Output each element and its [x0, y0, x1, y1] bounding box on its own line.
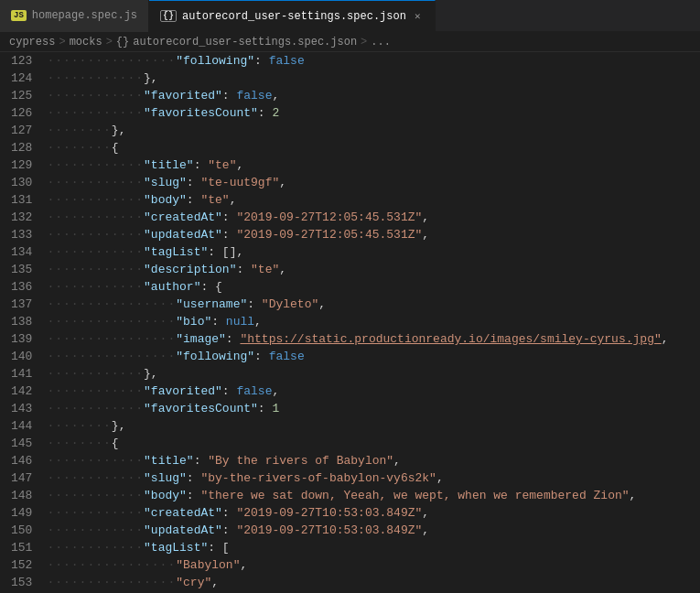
json-key: "following" — [176, 348, 254, 365]
indent-dots: ············ — [47, 539, 144, 556]
json-string: "2019-09-27T12:05:45.531Z" — [236, 226, 422, 243]
json-key: "title" — [144, 156, 194, 174]
editor: 1231241251261271281291301311321331341351… — [0, 52, 700, 593]
json-string: "By the rivers of Babylon" — [208, 452, 393, 469]
tab-autorecord-label: autorecord_user-settings.spec.json — [182, 10, 406, 23]
json-punct: , — [272, 87, 279, 104]
json-string: "te" — [251, 261, 279, 278]
line-number: 137 — [11, 296, 32, 313]
json-key: "favorited" — [144, 383, 222, 400]
json-punct: , — [211, 574, 219, 591]
line-number: 127 — [11, 122, 32, 139]
json-punct: , — [630, 487, 637, 504]
line-number: 126 — [11, 104, 32, 122]
json-punct: , — [230, 191, 237, 209]
json-key: "body" — [144, 191, 187, 209]
line-number: 134 — [11, 243, 32, 261]
json-punct: { — [112, 435, 119, 452]
code-line: ············"updatedAt": "2019-09-27T10:… — [47, 522, 700, 539]
json-string: "2019-09-27T10:53:03.849Z" — [236, 504, 422, 522]
json-icon: {} — [160, 10, 177, 22]
code-line: ················"username": "Dyleto", — [47, 296, 700, 313]
json-key: "author" — [144, 278, 200, 296]
json-punct: : — [194, 452, 209, 469]
indent-dots: ············ — [47, 104, 144, 122]
json-punct: : [ — [208, 539, 229, 556]
tab-homepage-label: homepage.spec.js — [32, 9, 137, 22]
json-key: "username" — [176, 296, 247, 313]
breadcrumb-sep-3: > — [361, 36, 367, 49]
tab-autorecord[interactable]: {} autorecord_user-settings.spec.json ✕ — [149, 0, 435, 32]
json-key: "favorited" — [144, 87, 222, 104]
line-number: 147 — [11, 469, 32, 487]
json-punct: , — [236, 156, 243, 174]
json-null: null — [226, 313, 254, 330]
json-key: "tagList" — [144, 539, 208, 556]
json-key: "slug" — [144, 469, 187, 487]
code-line: ············"body": "te", — [47, 191, 700, 209]
line-number: 146 — [11, 452, 32, 469]
line-number: 125 — [11, 87, 32, 104]
json-punct: : — [258, 400, 273, 417]
line-number: 123 — [11, 52, 32, 70]
json-punct: : — [211, 313, 226, 330]
json-punct: , — [422, 504, 429, 522]
code-line: ············"favoritesCount": 2 — [47, 104, 700, 122]
json-punct: , — [436, 469, 444, 487]
indent-dots: ················ — [47, 574, 176, 591]
line-number: 138 — [11, 313, 32, 330]
code-line: ············}, — [47, 365, 700, 383]
json-bool: false — [269, 348, 305, 365]
json-punct: }, — [112, 417, 126, 435]
indent-dots: ············ — [47, 278, 144, 296]
json-string-link: "https://static.productionready.io/image… — [240, 330, 661, 348]
json-key: "favoritesCount" — [144, 400, 258, 417]
json-key: "title" — [144, 452, 194, 469]
json-key: "body" — [144, 487, 187, 504]
code-line: ············"favorited": false, — [47, 87, 700, 104]
indent-dots: ············ — [47, 504, 144, 522]
indent-dots: ············ — [47, 70, 144, 87]
indent-dots: ············ — [47, 174, 144, 191]
json-punct: , — [422, 226, 429, 243]
code-line: ················"following": false — [47, 52, 700, 70]
json-key: "createdAt" — [144, 504, 222, 522]
json-string: "by-the-rivers-of-babylon-vy6s2k" — [200, 469, 436, 487]
line-number: 152 — [11, 556, 32, 574]
line-number: 151 — [11, 539, 32, 556]
json-number: 2 — [272, 104, 279, 122]
indent-dots: ················ — [47, 348, 176, 365]
line-number: 135 — [11, 261, 32, 278]
code-line: ········{ — [47, 435, 700, 452]
code-line: ············"body": "there we sat down, … — [47, 487, 700, 504]
close-icon[interactable]: ✕ — [412, 8, 424, 24]
json-punct: : — [226, 330, 241, 348]
json-punct: : — [194, 156, 209, 174]
indent-dots: ········ — [47, 417, 111, 435]
tab-homepage[interactable]: JS homepage.spec.js — [0, 0, 149, 32]
code-line: ············"tagList": [], — [47, 243, 700, 261]
json-punct: }, — [144, 70, 158, 87]
code-line: ········}, — [47, 122, 700, 139]
json-punct: : — [187, 487, 201, 504]
code-line: ········{ — [47, 139, 700, 156]
json-punct: { — [112, 139, 119, 156]
code-line: ················"cry", — [47, 574, 700, 591]
line-number: 139 — [11, 330, 32, 348]
json-string: "Babylon" — [176, 556, 240, 574]
indent-dots: ············ — [47, 156, 144, 174]
line-number: 144 — [11, 417, 32, 435]
line-number: 141 — [11, 365, 32, 383]
json-punct: : — [254, 348, 269, 365]
code-line: ················"image": "https://static… — [47, 330, 700, 348]
indent-dots: ············ — [47, 400, 144, 417]
json-punct: : — [236, 261, 251, 278]
json-punct: : — [258, 104, 273, 122]
indent-dots: ············ — [47, 209, 144, 226]
breadcrumb-mocks: mocks — [70, 36, 102, 49]
tab-bar: JS homepage.spec.js {} autorecord_user-s… — [0, 0, 700, 32]
code-area[interactable]: 1231241251261271281291301311321331341351… — [0, 52, 700, 593]
json-punct: , — [240, 556, 247, 574]
indent-dots: ············ — [47, 191, 144, 209]
json-string: "2019-09-27T10:53:03.849Z" — [236, 522, 422, 539]
